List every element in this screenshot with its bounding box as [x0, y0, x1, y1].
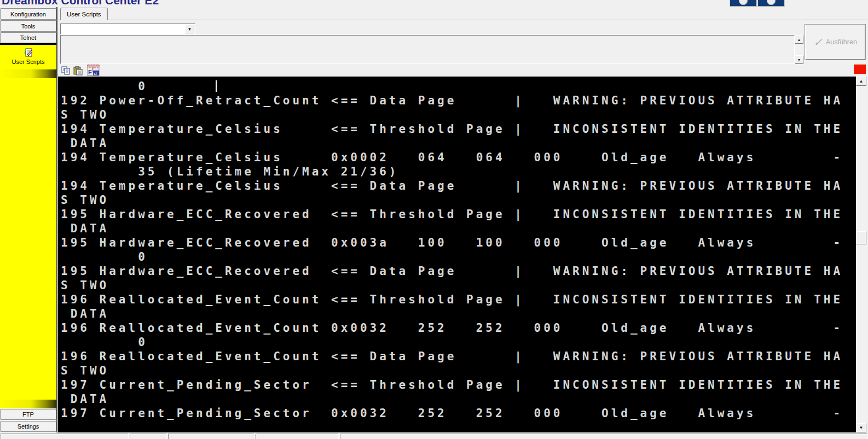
terminal-line: DATA: [61, 221, 856, 236]
sidebar-gradient-strip: [0, 69, 56, 78]
down-glyph: ▼: [797, 58, 801, 62]
sidebar-item-label: Tools: [21, 23, 36, 30]
svg-text:si: si: [94, 71, 97, 76]
check-icon: ✓: [813, 36, 823, 49]
terminal-line: 197 Current_Pending_Sector <== Threshold…: [61, 378, 856, 392]
ausfuehren-button[interactable]: ✓ Ausführen: [805, 24, 866, 60]
sidebar-item-label: FTP: [22, 411, 34, 418]
terminal-line: 194 Temperature_Celsius <== Threshold Pa…: [61, 122, 856, 136]
up-glyph: ▲: [859, 79, 864, 84]
panel-divider: [56, 7, 57, 432]
script-combobox[interactable]: ▼: [60, 24, 195, 34]
scrollbar-thumb[interactable]: [856, 231, 866, 244]
globe-button-1[interactable]: [730, 0, 757, 7]
ausfuehren-label: Ausführen: [826, 38, 857, 46]
terminal-line: DATA: [61, 307, 856, 321]
sidebar-item-tools[interactable]: Tools: [0, 20, 56, 32]
window-title: Dreambox Control Center E2: [2, 0, 159, 7]
copy-icon[interactable]: [61, 66, 71, 78]
terminal-line: 195 Hardware_ECC_Recovered 0x003a 100 10…: [61, 236, 856, 250]
sidebar-item-label: Telnet: [20, 34, 36, 41]
terminal-output[interactable]: 0192 Power-Off_Retract_Count <== Data Pa…: [58, 77, 856, 432]
tab-label: User Scripts: [67, 11, 101, 17]
terminal-line: 0: [61, 250, 856, 264]
terminal-line: 194 Temperature_Celsius 0x0002 064 064 0…: [61, 150, 856, 165]
terminal-line: 195 Hardware_ECC_Recovered <== Threshold…: [61, 207, 856, 221]
status-bar: [0, 433, 868, 439]
terminal-line: 0: [61, 79, 856, 93]
terminal-line: 196 Reallocated_Event_Count 0x0032 252 2…: [61, 321, 856, 335]
sidebar-item-konfiguration[interactable]: Konfiguration: [0, 8, 56, 20]
status-panel: [340, 434, 867, 439]
sidebar-item-label: Settings: [18, 423, 39, 430]
terminal-scrollbar[interactable]: ▲ ▼: [856, 77, 866, 432]
chevron-down-icon[interactable]: ▼: [185, 25, 194, 33]
user-scripts-icon: [24, 48, 33, 60]
terminal-line: DATA: [61, 136, 856, 150]
tab-user-scripts[interactable]: User Scripts: [60, 8, 108, 20]
dropdown-glyph: ▼: [188, 27, 192, 32]
scroll-up-icon[interactable]: ▲: [795, 35, 803, 44]
description-scrollbar[interactable]: ▲ ▼: [795, 35, 803, 64]
status-panel: [256, 434, 339, 439]
terminal-line: 196 Reallocated_Event_Count <== Threshol…: [61, 292, 856, 307]
terminal-line: 192 Power-Off_Retract_Count <== Data Pag…: [61, 93, 856, 108]
terminal-line: 197 Current_Pending_Sector 0x0032 252 25…: [61, 406, 856, 420]
sidebar-item-settings[interactable]: Settings: [0, 421, 56, 432]
terminal-line: 194 Temperature_Celsius <== Data Page | …: [61, 179, 856, 193]
terminal-line: 195 Hardware_ECC_Recovered <== Data Page…: [61, 264, 856, 278]
sidebar-item-label: User Scripts: [0, 58, 56, 65]
status-panel: [1, 434, 129, 439]
script-description-panel: [60, 35, 795, 64]
status-panel: [168, 434, 254, 439]
terminal-line: S TWO: [61, 193, 856, 207]
sidebar-gradient-strip: [0, 400, 56, 408]
window-title-clip: Dreambox Control Center E2: [2, 0, 232, 7]
sidebar-item-telnet[interactable]: Telnet: [0, 32, 56, 43]
scroll-down-icon[interactable]: ▼: [795, 55, 803, 64]
status-panel: [130, 434, 167, 439]
sidebar-item-ftp[interactable]: FTP: [0, 409, 56, 420]
paste-icon[interactable]: [73, 66, 83, 78]
globe-button-2[interactable]: [757, 0, 785, 7]
svg-text:F: F: [88, 69, 92, 75]
terminal-caret: [216, 80, 217, 92]
script-combobox-input[interactable]: [61, 25, 184, 33]
dcc-window: Dreambox Control Center E2 Konfiguration…: [0, 0, 868, 439]
terminal-line: DATA: [61, 392, 856, 406]
terminal-line: 35 (Lifetime Min/Max 21/36): [61, 165, 856, 179]
terminal-line: S TWO: [61, 278, 856, 292]
scroll-down-icon[interactable]: ▼: [856, 423, 866, 432]
terminal-line: S TWO: [61, 364, 856, 378]
up-glyph: ▲: [797, 38, 801, 42]
sidebar-item-user-scripts[interactable]: User Scripts: [0, 45, 56, 408]
globe-icon: [767, 0, 776, 5]
sidebar-item-label: Konfiguration: [10, 11, 46, 17]
globe-icon: [739, 0, 748, 5]
down-glyph: ▼: [859, 425, 864, 430]
tab-row-line: [57, 20, 868, 20]
terminal-line: 196 Reallocated_Event_Count <== Data Pag…: [61, 349, 856, 364]
scroll-up-icon[interactable]: ▲: [856, 77, 866, 86]
red-status-marker: [854, 65, 866, 74]
terminal-line: S TWO: [61, 108, 856, 122]
terminal-line: 0: [61, 335, 856, 349]
